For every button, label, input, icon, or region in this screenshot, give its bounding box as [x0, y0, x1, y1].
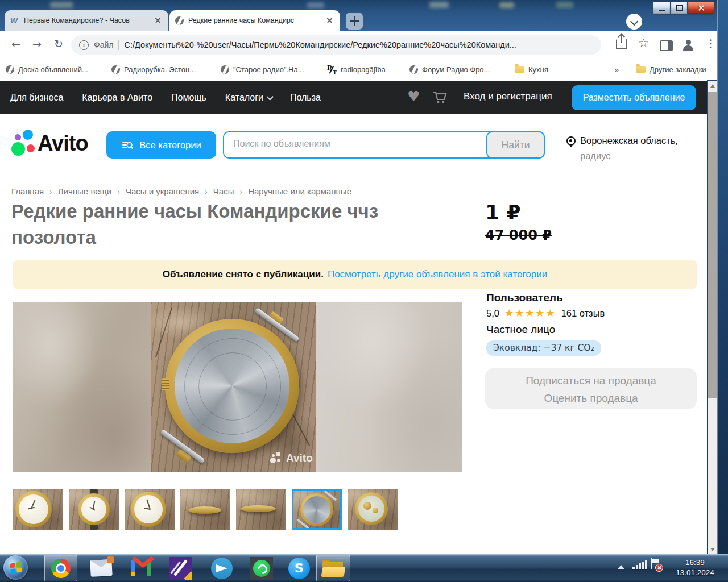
bookmark-label: Радиорубка. Эстон...	[124, 65, 196, 74]
tab2-title: Редкие ранние часы Командирс	[188, 16, 321, 24]
crumb-home[interactable]: Главная	[11, 186, 44, 196]
removed-notice-link[interactable]: Посмотреть другие объявления в этой кате…	[328, 269, 547, 280]
all-categories-button[interactable]: Все категории	[106, 131, 216, 159]
bookmarks-overflow-chevron[interactable]: »	[614, 63, 619, 76]
tab-search-chevron-icon[interactable]	[626, 14, 642, 30]
bookmark-6[interactable]: Кухня	[515, 63, 548, 76]
post-ad-button[interactable]: Разместить объявление	[572, 85, 696, 110]
taskbar-chrome-button[interactable]	[44, 555, 77, 581]
profile-avatar[interactable]	[681, 39, 695, 52]
main-photo[interactable]: Avito	[13, 302, 462, 472]
photo-blur-right	[316, 302, 462, 472]
nav-career[interactable]: Карьера в Авито	[82, 93, 152, 103]
taskbar-gmail-button[interactable]	[126, 555, 156, 581]
crumb-watches[interactable]: Часы	[213, 186, 234, 196]
subscribe-seller-button[interactable]: Подписаться на продавца	[485, 375, 697, 387]
address-bar[interactable]: i Файл C:/Документы%20-%20user/Часы/Перм…	[71, 35, 601, 55]
login-link[interactable]: Вход и регистрация	[464, 91, 552, 102]
page-viewport: Для бизнеса Карьера в Авито Помощь Катал…	[0, 80, 707, 554]
bookmark-2[interactable]: Радиорубка. Эстон...	[111, 63, 196, 76]
scrollbar-thumb[interactable]	[708, 92, 717, 398]
avito-watermark-dots-icon	[270, 452, 283, 464]
rating-stars-icon: ★★★★★	[504, 307, 556, 319]
share-icon[interactable]	[616, 39, 627, 49]
other-bookmarks[interactable]: Другие закладки	[636, 63, 706, 76]
favorites-heart-icon[interactable]: ♥	[407, 88, 420, 105]
crumb-wrist-pocket[interactable]: Наручные или карманные	[248, 186, 351, 196]
thumbnail-3[interactable]	[125, 489, 175, 530]
menu-dots-icon[interactable]: ⋮	[705, 37, 716, 49]
thumbnail-1[interactable]	[13, 489, 63, 530]
tray-clock[interactable]: 16:39 13.01.2024	[669, 558, 721, 578]
seller-rating[interactable]: 5,0 ★★★★★ 161 отзыв	[486, 308, 605, 319]
tab1-close-icon[interactable]	[154, 16, 163, 25]
bookmark-3[interactable]: "Старое радио".На...	[221, 63, 304, 76]
scroll-up-arrow[interactable]	[708, 81, 717, 90]
window-controls	[652, 2, 715, 15]
nav-help[interactable]: Помощь	[171, 93, 206, 103]
back-icon[interactable]: ←	[11, 38, 20, 50]
rate-seller-button[interactable]: Оценить продавца	[485, 392, 697, 405]
nav-benefit[interactable]: Польза	[290, 93, 321, 103]
search-input[interactable]	[232, 138, 473, 149]
info-icon[interactable]: i	[79, 40, 89, 50]
thumbnail-7[interactable]	[348, 489, 398, 530]
cart-icon[interactable]	[432, 90, 447, 107]
tray-show-hidden-icons[interactable]	[618, 565, 624, 569]
taskbar-writer-button[interactable]	[166, 555, 196, 581]
desktop-blob	[307, 2, 324, 8]
thumbnail-2[interactable]	[69, 489, 119, 530]
find-button[interactable]: Найти	[486, 131, 545, 159]
breadcrumb-sep: ›	[239, 187, 242, 196]
taskbar-whatsapp-button[interactable]	[247, 555, 276, 581]
whatsapp-icon	[250, 557, 273, 580]
crumb-watches-jewelry[interactable]: Часы и украшения	[126, 186, 199, 196]
taskbar-skype-button[interactable]: S	[284, 555, 314, 581]
reload-icon[interactable]: ↻	[54, 38, 63, 50]
site-nav: Для бизнеса Карьера в Авито Помощь Катал…	[10, 81, 321, 114]
rating-reviews[interactable]: 161 отзыв	[561, 308, 605, 319]
action-center-flag-icon[interactable]	[650, 558, 661, 571]
browser-tab-1[interactable]: W Первые Командирские? - Часов	[5, 10, 168, 31]
eco-badge[interactable]: Эковклад: −37 кг CO₂	[486, 340, 601, 356]
location-radius[interactable]: радиус	[580, 151, 611, 161]
minimize-button[interactable]	[652, 2, 671, 15]
avito-logo-text[interactable]: Avito	[38, 131, 88, 156]
breadcrumb-sep: ›	[49, 187, 52, 196]
photo-blur-left	[13, 302, 151, 472]
bookmark-star-icon[interactable]: ☆	[638, 36, 649, 50]
side-panel-icon[interactable]	[660, 40, 673, 51]
taskbar-mail-button[interactable]	[86, 555, 116, 581]
close-button[interactable]	[688, 2, 715, 15]
watch-crown	[162, 378, 169, 390]
maximize-button[interactable]	[671, 2, 688, 15]
page-scrollbar[interactable]	[708, 81, 717, 554]
taskbar-telegram-button[interactable]	[207, 555, 237, 581]
breadcrumb-sep: ›	[117, 187, 120, 196]
tab2-close-icon[interactable]	[325, 16, 334, 25]
desktop-blob	[50, 2, 73, 8]
new-tab-button[interactable]	[346, 13, 363, 30]
forward-icon[interactable]: →	[32, 38, 42, 50]
globe-icon	[6, 65, 14, 74]
photo-watermark: Avito	[270, 452, 313, 464]
bookmark-label: Кухня	[528, 65, 548, 74]
network-signal-icon[interactable]	[632, 560, 647, 569]
thumbnail-5[interactable]	[236, 489, 286, 530]
browser-tab-2[interactable]: Редкие ранние часы Командирс	[169, 10, 340, 31]
start-button[interactable]	[3, 555, 28, 580]
nav-catalogs[interactable]: Каталоги	[225, 93, 271, 103]
scroll-down-arrow[interactable]	[708, 545, 717, 554]
bookmark-4[interactable]: R T radiopagājība	[327, 63, 386, 76]
crumb-personal[interactable]: Личные вещи	[58, 186, 111, 196]
location-region[interactable]: Воронежская область,	[580, 135, 678, 146]
thumbnail-6-selected[interactable]	[292, 489, 342, 530]
taskbar-explorer-button[interactable]	[316, 555, 350, 581]
bookmark-5[interactable]: Форум Радио Фро...	[410, 63, 490, 76]
nav-for-business[interactable]: Для бизнеса	[10, 93, 63, 103]
breadcrumb-sep: ›	[205, 187, 208, 196]
avito-logo-icon[interactable]	[11, 130, 39, 159]
thumbnail-4[interactable]	[180, 489, 230, 530]
globe-icon	[221, 65, 229, 74]
bookmark-1[interactable]: Доска объявлений...	[6, 63, 88, 76]
